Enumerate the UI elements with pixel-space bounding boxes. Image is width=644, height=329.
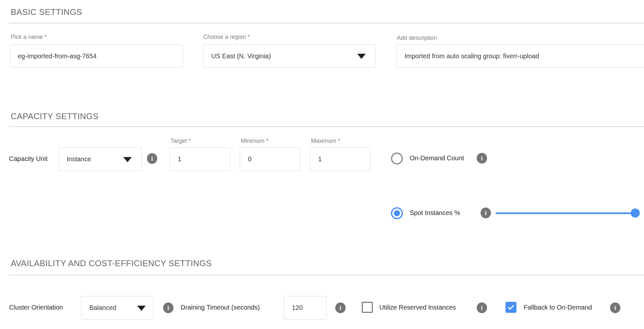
availability-settings-title: AVAILABILITY AND COST-EFFICIENCY SETTING… [11, 258, 212, 268]
chevron-down-icon [357, 54, 366, 59]
description-field-label: Add description [397, 35, 437, 41]
on-demand-count-radio[interactable] [391, 153, 403, 164]
target-input[interactable]: 1 [170, 147, 230, 171]
capacity-settings-title: CAPACITY SETTINGS [11, 111, 99, 121]
capacity-unit-info-icon[interactable]: i [147, 153, 157, 164]
name-input[interactable]: eg-imported-from-asg-7654 [10, 44, 183, 68]
cluster-orientation-select[interactable]: Balanced [81, 296, 154, 320]
capacity-unit-value: Instance [67, 155, 91, 163]
fallback-on-demand-label: Fallback to On-Demand [524, 304, 592, 311]
capacity-unit-label: Capacity Unit [9, 155, 48, 163]
region-field-label: Choose a region * [203, 34, 250, 40]
cluster-orientation-value: Balanced [89, 304, 116, 312]
spot-instances-label: Spot Instances % [410, 209, 460, 217]
region-select[interactable]: US East (N. Virginia) [203, 44, 376, 68]
basic-settings-title: BASIC SETTINGS [11, 7, 82, 17]
fallback-on-demand-checkbox[interactable] [505, 302, 516, 313]
fallback-on-demand-info-icon[interactable]: i [610, 302, 620, 313]
region-select-value: US East (N. Virginia) [211, 52, 271, 60]
divider [9, 23, 644, 23]
draining-timeout-value: 120 [292, 304, 303, 312]
utilize-reserved-instances-checkbox[interactable] [362, 302, 373, 313]
target-input-value: 1 [178, 155, 181, 163]
divider [9, 126, 644, 127]
name-input-value: eg-imported-from-asg-7654 [18, 52, 96, 60]
on-demand-count-info-icon[interactable]: i [477, 153, 487, 164]
utilize-reserved-instances-info-icon[interactable]: i [477, 302, 487, 313]
maximum-field-label: Maximum * [311, 138, 340, 144]
description-input-value: Imported from auto scaling group: fiverr… [405, 52, 539, 60]
chevron-down-icon [137, 306, 146, 311]
chevron-down-icon [123, 157, 132, 162]
draining-timeout-input[interactable]: 120 [284, 296, 327, 320]
spot-slider-fill [495, 212, 635, 214]
name-field-label: Pick a name * [11, 34, 47, 40]
spot-instances-info-icon[interactable]: i [481, 208, 491, 218]
spot-slider-thumb[interactable] [631, 209, 640, 218]
cluster-orientation-info-icon[interactable]: i [163, 302, 173, 313]
maximum-input-value: 1 [318, 155, 322, 163]
minimum-field-label: Minimum * [241, 138, 268, 144]
draining-timeout-label: Draining Timeout (seconds) [181, 304, 260, 311]
spot-instances-radio[interactable] [391, 207, 403, 219]
maximum-input[interactable]: 1 [310, 147, 371, 171]
divider [9, 275, 644, 275]
check-icon [507, 303, 515, 312]
minimum-input-value: 0 [248, 155, 251, 163]
draining-timeout-info-icon[interactable]: i [335, 302, 346, 313]
on-demand-count-label: On-Demand Count [410, 154, 464, 162]
capacity-unit-select[interactable]: Instance [59, 147, 142, 171]
target-field-label: Target * [171, 138, 191, 144]
spot-percentage-slider[interactable] [495, 212, 635, 214]
description-input[interactable]: Imported from auto scaling group: fiverr… [396, 44, 644, 68]
settings-page: BASIC SETTINGS Pick a name * eg-imported… [0, 0, 644, 329]
minimum-input[interactable]: 0 [240, 147, 300, 171]
cluster-orientation-label: Cluster Orientation [9, 304, 63, 311]
utilize-reserved-instances-label: Utilize Reserved Instances [379, 304, 456, 311]
